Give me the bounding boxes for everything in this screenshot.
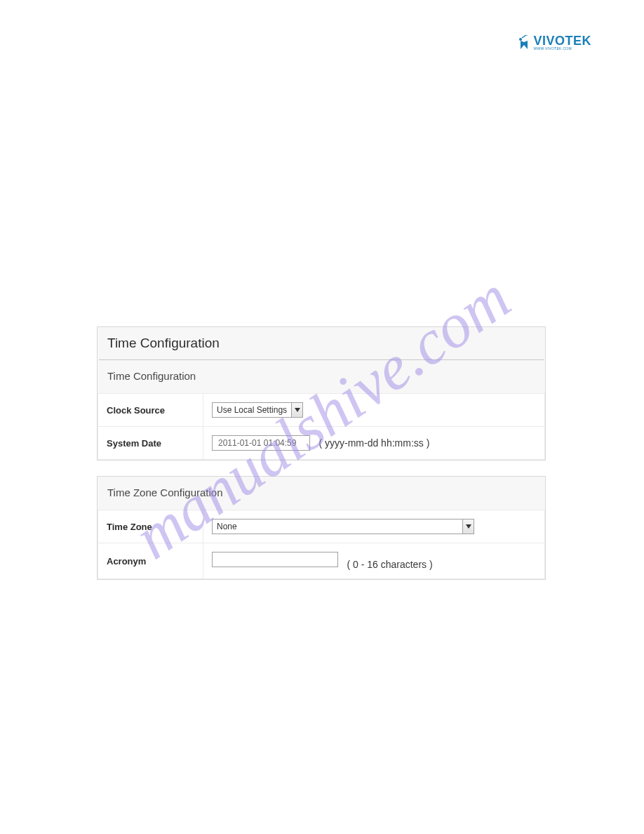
clock-source-label: Clock Source xyxy=(98,394,203,427)
config-panel: Time Configuration Time Configuration Cl… xyxy=(97,326,546,595)
acronym-hint: ( 0 - 16 characters ) xyxy=(347,559,432,570)
system-date-cell: 2011-01-01 01:04:59 ( yyyy-mm-dd hh:mm:s… xyxy=(203,427,545,460)
chevron-down-icon xyxy=(291,403,302,417)
system-date-input[interactable]: 2011-01-01 01:04:59 xyxy=(212,435,310,451)
acronym-label: Acronym xyxy=(98,543,203,579)
time-config-section: Time Configuration Time Configuration Cl… xyxy=(97,326,546,461)
acronym-cell: ( 0 - 16 characters ) xyxy=(203,543,545,579)
table-row: Clock Source Use Local Settings xyxy=(98,394,545,427)
timezone-value: None xyxy=(213,519,462,534)
clock-source-select[interactable]: Use Local Settings xyxy=(212,402,303,418)
acronym-input[interactable] xyxy=(212,552,338,567)
time-config-subtitle: Time Configuration xyxy=(98,360,545,393)
timezone-select[interactable]: None xyxy=(212,519,474,534)
logo-subtext: WWW.VIVOTEK.COM xyxy=(533,47,591,51)
system-date-hint: ( yyyy-mm-dd hh:mm:ss ) xyxy=(318,437,429,449)
table-row: Acronym ( 0 - 16 characters ) xyxy=(98,543,545,579)
clock-source-value: Use Local Settings xyxy=(213,403,291,417)
timezone-cell: None xyxy=(203,510,545,543)
timezone-config-subtitle: Time Zone Configuration xyxy=(98,477,545,510)
table-row: Time Zone None xyxy=(98,510,545,543)
timezone-label: Time Zone xyxy=(98,510,203,543)
chevron-down-icon xyxy=(462,519,474,534)
logo-text: VIVOTEK xyxy=(533,34,591,47)
timezone-config-table: Time Zone None Acronym ( 0 - 16 characte… xyxy=(98,510,545,579)
time-config-table: Clock Source Use Local Settings System D… xyxy=(98,393,545,460)
timezone-config-section: Time Zone Configuration Time Zone None A… xyxy=(97,476,546,580)
clock-source-cell: Use Local Settings xyxy=(203,394,545,427)
svg-point-0 xyxy=(519,38,522,41)
page-title: Time Configuration xyxy=(98,327,545,359)
table-row: System Date 2011-01-01 01:04:59 ( yyyy-m… xyxy=(98,427,545,460)
system-date-label: System Date xyxy=(98,427,203,460)
brand-logo: VIVOTEK WWW.VIVOTEK.COM xyxy=(518,34,591,51)
logo-mark-icon xyxy=(518,35,530,51)
